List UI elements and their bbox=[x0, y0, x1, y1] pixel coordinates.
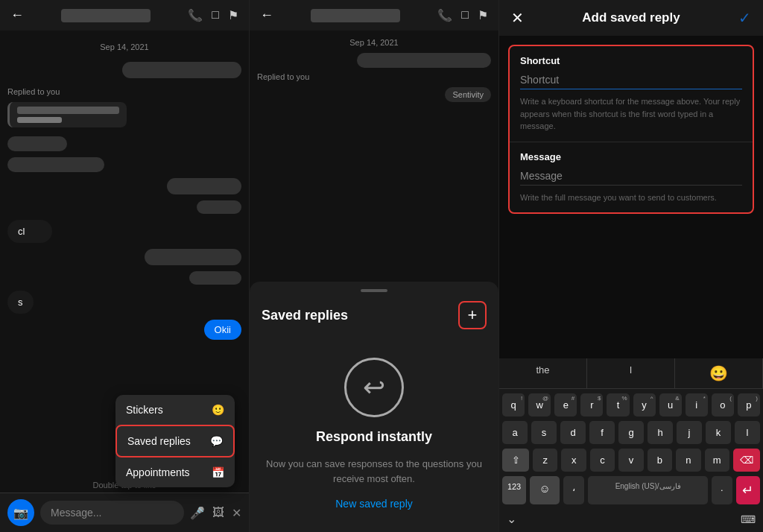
message-input[interactable]: Message... bbox=[40, 501, 184, 525]
keyboard-icon[interactable]: ⌨ bbox=[741, 513, 756, 525]
key-k[interactable]: k bbox=[706, 421, 731, 444]
mic-icon[interactable]: 🎤 bbox=[190, 506, 205, 520]
appointments-icon: 📅 bbox=[212, 466, 224, 478]
bottom-icons: 🎤 🖼 ✕ bbox=[190, 506, 241, 520]
menu-item-saved-replies[interactable]: Saved replies 💬 bbox=[115, 425, 235, 457]
key-p[interactable]: p) bbox=[738, 393, 760, 417]
message-text: Okii bbox=[215, 324, 231, 335]
reply-icon-circle: ↩ bbox=[344, 358, 404, 417]
saved-replies-sheet: Saved replies + ↩ Respond instantly Now … bbox=[250, 282, 498, 532]
key-b[interactable]: b bbox=[648, 449, 672, 472]
key-d[interactable]: d bbox=[560, 421, 586, 444]
key-m[interactable]: m bbox=[705, 449, 729, 472]
camera-button[interactable]: 📷 bbox=[7, 499, 34, 526]
reply-name bbox=[17, 117, 62, 123]
contact-name-blur bbox=[61, 9, 151, 22]
new-saved-reply-link[interactable]: New saved reply bbox=[335, 498, 413, 510]
key-o[interactable]: o( bbox=[712, 393, 734, 417]
reply-line bbox=[17, 107, 119, 114]
key-r[interactable]: r$ bbox=[580, 393, 603, 417]
suggestion-i[interactable]: I bbox=[587, 358, 675, 388]
call-icon[interactable]: 📞 bbox=[437, 8, 452, 22]
key-i[interactable]: i* bbox=[686, 393, 708, 417]
shortcut-input[interactable]: Shortcut bbox=[520, 71, 742, 89]
message-bubble bbox=[167, 178, 241, 194]
saved-replies-icon: 💬 bbox=[210, 435, 223, 447]
message-bubble bbox=[357, 53, 491, 68]
message-bubble-cl: cl bbox=[7, 220, 52, 243]
message-text: s bbox=[18, 297, 23, 308]
key-s[interactable]: s bbox=[531, 421, 557, 444]
add-saved-reply-button[interactable]: + bbox=[458, 301, 487, 329]
key-h[interactable]: h bbox=[648, 421, 673, 444]
flag-icon[interactable]: ⚑ bbox=[478, 8, 488, 22]
appointments-label: Appointments bbox=[126, 466, 190, 478]
sentivity-badge: Sentivity bbox=[445, 87, 491, 102]
context-menu: Stickers 🙂 Saved replies 💬 Appointments … bbox=[115, 395, 235, 487]
message-bubble bbox=[145, 249, 241, 265]
key-v[interactable]: v bbox=[618, 449, 643, 472]
shift-key[interactable]: ⇧ bbox=[502, 449, 529, 472]
video-icon[interactable]: □ bbox=[212, 8, 219, 22]
suggestion-the[interactable]: the bbox=[499, 358, 587, 388]
key-g[interactable]: g bbox=[618, 421, 644, 444]
menu-item-appointments[interactable]: Appointments 📅 bbox=[115, 457, 235, 487]
confirm-button[interactable]: ✓ bbox=[738, 9, 751, 27]
stickers-icon: 🙂 bbox=[212, 404, 224, 416]
menu-item-stickers[interactable]: Stickers 🙂 bbox=[115, 395, 235, 425]
call-icon[interactable]: 📞 bbox=[188, 8, 203, 22]
okii-bubble: Okii bbox=[204, 320, 241, 340]
key-f[interactable]: f bbox=[589, 421, 615, 444]
delete-key[interactable]: ⌫ bbox=[733, 449, 760, 472]
keyboard-row-2: a s d f g h j k l bbox=[502, 421, 760, 444]
close-icon[interactable]: ✕ bbox=[232, 506, 241, 520]
period-key[interactable]: . bbox=[712, 476, 732, 504]
emoji-key[interactable]: ☺ bbox=[530, 476, 560, 504]
message-section: Message Message Write the full message y… bbox=[510, 142, 753, 213]
message-bar: 📷 Message... 🎤 🖼 ✕ bbox=[0, 493, 249, 532]
chat-panel: ← 📞 □ ⚑ Sep 14, 2021 Replied to you cl s bbox=[0, 0, 250, 532]
message-bubble bbox=[197, 200, 241, 214]
video-icon[interactable]: □ bbox=[461, 8, 469, 22]
image-icon[interactable]: 🖼 bbox=[212, 506, 224, 520]
key-n[interactable]: n bbox=[676, 449, 700, 472]
suggestion-emoji[interactable]: 😀 bbox=[675, 358, 763, 388]
chat-area: Sep 14, 2021 Replied to you Sentivity bbox=[250, 31, 498, 282]
space-key[interactable]: English (US)/فارسی bbox=[588, 476, 708, 504]
sheet-description: Now you can save responses to the questi… bbox=[265, 457, 484, 486]
back-icon[interactable]: ← bbox=[10, 7, 24, 23]
comma-key[interactable]: ، bbox=[563, 476, 584, 504]
key-x[interactable]: x bbox=[561, 449, 586, 472]
message-text: cl bbox=[18, 226, 25, 237]
enter-key[interactable]: ↵ bbox=[736, 476, 760, 504]
key-w[interactable]: w@ bbox=[528, 393, 551, 417]
message-bubble-s: s bbox=[7, 291, 34, 314]
add-saved-reply-panel: ✕ Add saved reply ✓ Shortcut Shortcut Wr… bbox=[499, 0, 763, 532]
key-y[interactable]: y^ bbox=[633, 393, 656, 417]
form-area: Shortcut Shortcut Write a keyboard short… bbox=[508, 45, 754, 214]
keyboard-bottom: ⌄ ⌨ bbox=[499, 509, 763, 532]
message-bubble bbox=[189, 271, 241, 285]
message-bubble bbox=[122, 62, 241, 78]
key-c[interactable]: c bbox=[590, 449, 615, 472]
message-input[interactable]: Message bbox=[520, 167, 742, 186]
message-bubble bbox=[7, 136, 67, 151]
message-label: Message bbox=[520, 151, 742, 162]
respond-instantly-title: Respond instantly bbox=[316, 429, 432, 445]
replied-label: Replied to you bbox=[7, 87, 241, 96]
key-a[interactable]: a bbox=[502, 421, 528, 444]
back-icon[interactable]: ← bbox=[260, 7, 273, 23]
key-z[interactable]: z bbox=[533, 449, 557, 472]
numbers-key[interactable]: 123 bbox=[502, 476, 526, 504]
key-e[interactable]: e# bbox=[554, 393, 577, 417]
key-l[interactable]: l bbox=[735, 421, 760, 444]
key-j[interactable]: j bbox=[677, 421, 702, 444]
key-u[interactable]: u& bbox=[659, 393, 682, 417]
close-button[interactable]: ✕ bbox=[511, 9, 524, 27]
sheet-header: Saved replies + bbox=[250, 292, 498, 335]
plus-icon: + bbox=[468, 305, 478, 325]
key-q[interactable]: q! bbox=[502, 393, 525, 417]
flag-icon[interactable]: ⚑ bbox=[228, 8, 238, 22]
keyboard-chevron-down[interactable]: ⌄ bbox=[507, 512, 516, 526]
key-t[interactable]: t% bbox=[607, 393, 629, 417]
